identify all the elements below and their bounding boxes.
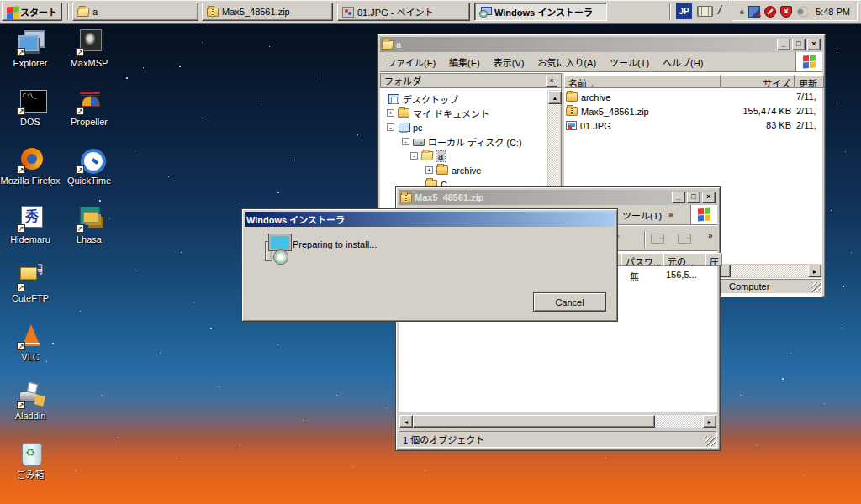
column-header-name[interactable]: 名前▲ [564,75,721,88]
close-button[interactable]: × [702,192,716,203]
desktop-icon-lhasa[interactable]: Lhasa [59,205,119,244]
folder-open-icon [420,151,433,160]
tree-item-pc[interactable]: - pc [387,120,423,134]
system-tray: « × × 5:48 PM [732,3,858,21]
volume-icon[interactable] [796,6,808,18]
maximize-button[interactable]: □ [792,39,806,50]
window-title: Max5_48561.zip [415,192,669,202]
tree-item-my-documents[interactable]: + マイ ドキュメント [387,106,489,120]
collapse-minus-icon[interactable]: - [387,123,394,131]
expand-plus-icon[interactable]: + [425,166,433,174]
shortcut-arrow-icon [76,48,84,56]
explorer-icon [16,29,45,55]
shortcut-arrow-icon [17,342,25,350]
security-alert-shield-icon[interactable]: × [780,6,792,18]
resize-grip[interactable] [811,282,821,292]
installer-icon [263,234,295,265]
task-button-zip[interactable]: Max5_48561.zip [202,3,333,21]
desktop-icon-vlc[interactable]: VLC [0,323,61,362]
menu-edit[interactable]: 編集(E) [442,55,487,69]
zip-horizontal-scrollbar[interactable]: ◄ ► [399,414,717,428]
quicktime-icon [75,146,103,173]
file-size: 155,474 KB [690,106,791,116]
column-header-modified[interactable]: 更新 [795,75,824,88]
desktop-icon-explorer[interactable]: Explorer [0,29,61,68]
resize-grip[interactable] [705,436,716,446]
toolbar-overflow-chevron-icon[interactable]: » [708,231,713,240]
menu-tools[interactable]: ツール(T) [615,208,668,222]
expand-plus-icon[interactable]: + [387,109,394,117]
menu-view[interactable]: 表示(V) [487,55,531,69]
object-count: 1 個のオブジェクト [403,433,484,446]
sort-asc-icon: ▲ [589,82,595,88]
network-error-icon[interactable]: × [748,6,760,18]
tree-item-desktop[interactable]: デスクトップ [388,92,458,106]
scroll-right-icon[interactable]: ► [703,415,716,428]
zip-row-password: 無 [630,270,639,283]
start-button[interactable]: スタート [2,3,62,21]
tree-item-local-disk-c[interactable]: - ローカル ディスク (C:) [402,134,522,149]
explorer-titlebar[interactable]: a _ □ × [380,37,822,52]
file-row-archive[interactable]: archive [566,90,610,104]
task-button-a[interactable]: a [72,3,198,21]
scroll-right-icon[interactable]: ► [808,265,821,277]
installer-titlebar[interactable]: Windows インストーラ [245,212,615,227]
menu-file[interactable]: ファイル(F) [380,55,442,69]
installer-dialog: Windows インストーラ Preparing to install... C… [241,208,618,322]
desktop-icon-dos[interactable]: DOS [0,87,61,127]
windows-logo [795,52,822,71]
column-header-password[interactable]: パスワ... [621,253,663,266]
move-files-icon[interactable] [651,234,664,244]
column-header-size[interactable]: サイズ [721,75,795,88]
desktop-icon-hidemaru[interactable]: Hidemaru [0,205,61,244]
desktop-icon-firefox[interactable]: Mozilla Firefox [0,146,61,186]
desktop-icon-aladdin[interactable]: Aladdin [0,381,61,421]
propeller-icon [75,87,103,114]
tray-chevron-icon[interactable]: « [739,8,744,17]
desktop-icon-cuteftp[interactable]: CuteFTP [0,264,61,303]
shortcut-arrow-icon [76,107,84,115]
file-row-zip[interactable]: Max5_48561.zip [566,104,649,118]
shortcut-arrow-icon [17,283,25,291]
menu-tools[interactable]: ツール(T) [603,55,656,69]
input-method-indicator[interactable]: JP [676,3,692,19]
minimize-button[interactable]: _ [672,192,685,203]
blocked-device-icon[interactable] [764,6,776,18]
desktop-icon-label: ごみ箱 [0,470,61,480]
menu-help[interactable]: ヘルプ(H) [656,55,710,69]
collapse-minus-icon[interactable]: - [402,138,409,145]
scroll-left-icon[interactable]: ◄ [399,415,413,428]
explorer-menubar: ファイル(F) 編集(E) 表示(V) お気に入り(A) ツール(T) ヘルプ(… [380,52,822,72]
clock[interactable]: 5:48 PM [812,7,850,17]
maximize-button[interactable]: □ [687,192,700,203]
task-button-paint[interactable]: 01.JPG - ペイント [337,3,470,21]
desktop-icon-label: Aladdin [0,411,61,421]
desktop-icon-maxmsp[interactable]: MaxMSP [59,29,119,68]
zip-statusbar: 1 個のオブジェクト [399,431,717,448]
copy-files-icon[interactable] [678,234,691,244]
close-pane-icon[interactable]: × [546,76,557,87]
collapse-minus-icon[interactable]: - [410,152,418,160]
task-button-installer[interactable]: Windows インストーラ [474,3,607,21]
desktop-icon-propeller[interactable]: Propeller [59,87,119,127]
close-button[interactable]: × [807,39,821,50]
cancel-button[interactable]: Cancel [533,292,606,312]
desktop-icon-label: MaxMSP [59,58,119,68]
pen-icon[interactable]: / [718,3,721,17]
keyboard-icon[interactable] [697,6,713,17]
file-row-image[interactable]: 01.JPG [566,118,611,133]
paint-icon [342,7,354,18]
menu-favorites[interactable]: お気に入り(A) [531,55,603,69]
desktop-icon-recycle-bin[interactable]: ごみ箱 [0,440,61,480]
zip-titlebar[interactable]: Max5_48561.zip _ □ × [399,190,717,205]
taskbar-separator [669,3,671,20]
minimize-button[interactable]: _ [777,39,790,50]
shortcut-arrow-icon [17,48,25,56]
desktop-icon-quicktime[interactable]: QuickTime [59,146,119,186]
column-header-compressed[interactable]: 圧 [705,253,722,266]
menu-overflow-chevron-icon[interactable]: » [668,210,673,219]
column-header-original-size[interactable]: 元の... [663,253,705,266]
tree-item-archive[interactable]: + archive [425,163,481,177]
tree-item-a[interactable]: - a [410,149,445,163]
scroll-thumb[interactable] [413,415,655,428]
